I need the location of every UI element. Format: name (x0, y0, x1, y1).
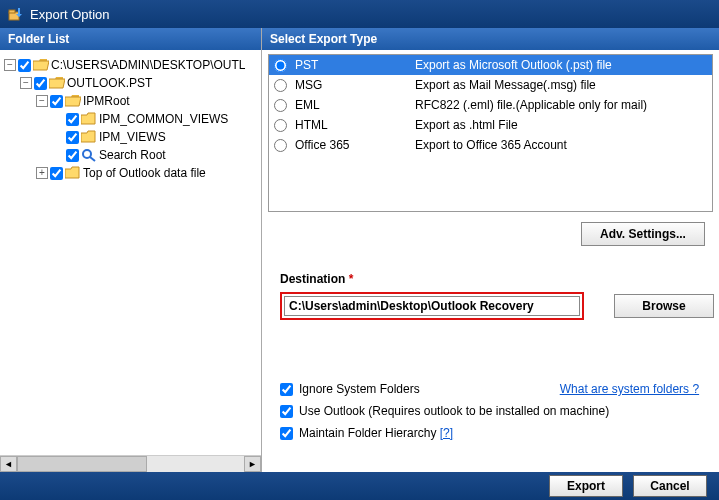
collapse-icon[interactable]: − (4, 59, 16, 71)
tree-checkbox[interactable] (50, 95, 63, 108)
ignore-system-checkbox[interactable] (280, 383, 293, 396)
options-block: Ignore System Folders What are system fo… (280, 378, 719, 444)
svg-point-2 (83, 150, 91, 158)
folder-open-icon (65, 94, 81, 108)
search-icon (81, 148, 97, 162)
export-radio[interactable] (274, 79, 287, 92)
export-label: MSG (291, 78, 411, 92)
destination-label: Destination * (280, 272, 719, 286)
export-desc: Export as Microsoft Outlook (.pst) file (411, 58, 712, 72)
export-button[interactable]: Export (549, 475, 623, 497)
export-icon (8, 6, 24, 22)
window-title: Export Option (30, 7, 110, 22)
export-label: Office 365 (291, 138, 411, 152)
cancel-button[interactable]: Cancel (633, 475, 707, 497)
tree-label: Top of Outlook data file (83, 166, 206, 180)
folder-icon (81, 112, 97, 126)
tree-checkbox[interactable] (18, 59, 31, 72)
folder-icon (81, 130, 97, 144)
destination-input[interactable] (284, 296, 580, 316)
required-asterisk: * (349, 272, 354, 286)
content: Folder List − C:\USERS\ADMIN\DESKTOP\OUT… (0, 28, 719, 472)
ignore-system-label: Ignore System Folders (299, 382, 420, 396)
folder-panel: Folder List − C:\USERS\ADMIN\DESKTOP\OUT… (0, 28, 262, 472)
browse-button[interactable]: Browse (614, 294, 714, 318)
destination-input-highlight (280, 292, 584, 320)
export-radio[interactable] (274, 59, 287, 72)
tree-label: C:\USERS\ADMIN\DESKTOP\OUTL (51, 58, 245, 72)
export-radio[interactable] (274, 119, 287, 132)
folder-list-header: Folder List (0, 28, 261, 50)
no-expand-icon (52, 149, 64, 161)
collapse-icon[interactable]: − (20, 77, 32, 89)
tree-checkbox[interactable] (66, 131, 79, 144)
folder-open-icon (33, 58, 49, 72)
footer: Export Cancel (0, 472, 719, 500)
export-option-o365[interactable]: Office 365 Export to Office 365 Account (269, 135, 712, 155)
tree-node-search-root[interactable]: Search Root (4, 146, 257, 164)
tree-label: IPM_VIEWS (99, 130, 166, 144)
export-radio[interactable] (274, 139, 287, 152)
use-outlook-checkbox[interactable] (280, 405, 293, 418)
tree-checkbox[interactable] (66, 149, 79, 162)
export-label: HTML (291, 118, 411, 132)
maintain-hierarchy-label: Maintain Folder Hierarchy (299, 426, 436, 440)
titlebar: Export Option (0, 0, 719, 28)
scroll-right-icon[interactable]: ► (244, 456, 261, 472)
tree-node-top-outlook[interactable]: + Top of Outlook data file (4, 164, 257, 182)
tree-checkbox[interactable] (34, 77, 47, 90)
export-option-pst[interactable]: PST Export as Microsoft Outlook (.pst) f… (269, 55, 712, 75)
tree-label: OUTLOOK.PST (67, 76, 152, 90)
export-desc: Export as .html File (411, 118, 712, 132)
tree-label: IPMRoot (83, 94, 130, 108)
svg-line-3 (90, 157, 95, 161)
adv-settings-button[interactable]: Adv. Settings... (581, 222, 705, 246)
export-radio[interactable] (274, 99, 287, 112)
opt-ignore-row: Ignore System Folders What are system fo… (280, 378, 719, 400)
scroll-track[interactable] (17, 456, 244, 472)
tree-label: Search Root (99, 148, 166, 162)
export-desc: Export as Mail Message(.msg) file (411, 78, 712, 92)
folder-icon (65, 166, 81, 180)
export-option-msg[interactable]: MSG Export as Mail Message(.msg) file (269, 75, 712, 95)
export-desc: Export to Office 365 Account (411, 138, 712, 152)
tree-checkbox[interactable] (50, 167, 63, 180)
export-label: PST (291, 58, 411, 72)
export-panel: Select Export Type PST Export as Microso… (262, 28, 719, 472)
no-expand-icon (52, 113, 64, 125)
scroll-thumb[interactable] (17, 456, 147, 472)
scroll-left-icon[interactable]: ◄ (0, 456, 17, 472)
use-outlook-label: Use Outlook (Requires outlook to be inst… (299, 404, 609, 418)
collapse-icon[interactable]: − (36, 95, 48, 107)
opt-hierarchy-row: Maintain Folder Hierarchy [?] (280, 422, 719, 444)
no-expand-icon (52, 131, 64, 143)
h-scrollbar[interactable]: ◄ ► (0, 455, 261, 472)
tree-node-common-views[interactable]: IPM_COMMON_VIEWS (4, 110, 257, 128)
folder-tree[interactable]: − C:\USERS\ADMIN\DESKTOP\OUTL − OUTLOOK.… (0, 50, 261, 455)
tree-label: IPM_COMMON_VIEWS (99, 112, 228, 126)
export-option-eml[interactable]: EML RFC822 (.eml) file.(Applicable only … (269, 95, 712, 115)
export-label: EML (291, 98, 411, 112)
export-option-html[interactable]: HTML Export as .html File (269, 115, 712, 135)
destination-label-text: Destination (280, 272, 345, 286)
tree-node-ipmroot[interactable]: − IPMRoot (4, 92, 257, 110)
tree-node-views[interactable]: IPM_VIEWS (4, 128, 257, 146)
svg-rect-1 (9, 10, 15, 13)
expand-icon[interactable]: + (36, 167, 48, 179)
opt-outlook-row: Use Outlook (Requires outlook to be inst… (280, 400, 719, 422)
tree-checkbox[interactable] (66, 113, 79, 126)
export-type-list: PST Export as Microsoft Outlook (.pst) f… (268, 54, 713, 212)
hierarchy-help-link[interactable]: [?] (440, 426, 453, 440)
maintain-hierarchy-checkbox[interactable] (280, 427, 293, 440)
folder-open-icon (49, 76, 65, 90)
destination-row: Browse (280, 292, 719, 320)
system-folders-link[interactable]: What are system folders ? (560, 382, 699, 396)
export-desc: RFC822 (.eml) file.(Applicable only for … (411, 98, 712, 112)
tree-node-pst[interactable]: − OUTLOOK.PST (4, 74, 257, 92)
tree-node-root[interactable]: − C:\USERS\ADMIN\DESKTOP\OUTL (4, 56, 257, 74)
export-type-header: Select Export Type (262, 28, 719, 50)
